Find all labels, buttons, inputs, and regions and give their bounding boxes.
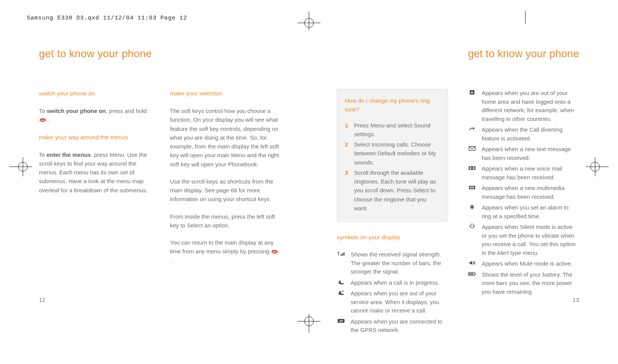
symbol-row: Appears when a new multimedia message ha… <box>468 184 579 201</box>
registration-mark-left <box>9 157 32 176</box>
text: To <box>39 151 47 158</box>
step-number: 3 <box>345 168 350 213</box>
symbol-text: Appears when you are out of your home ar… <box>482 89 579 123</box>
step-text: Scroll through the available ringtones. … <box>354 168 440 213</box>
page-title-right: get to know your phone <box>337 48 579 60</box>
registration-mark-top <box>294 11 324 31</box>
svg-text:T: T <box>337 252 340 256</box>
para-shortcuts: Use the scroll keys as shortcuts from th… <box>170 177 281 204</box>
sms-icon <box>468 145 476 162</box>
svg-rect-18 <box>344 252 345 256</box>
tip-title: How do I change my phone's ring tone? <box>345 96 440 114</box>
roam-icon: R <box>468 89 476 123</box>
mute-icon <box>468 259 476 268</box>
divert-icon <box>468 126 476 143</box>
alarm-icon <box>468 203 476 221</box>
right-columns: How do I change my phone's ring tone? 1P… <box>337 89 579 337</box>
file-header: Samsung E330 D3.qxd 11/12/04 11:03 Page … <box>27 15 187 21</box>
step-number: 1 <box>345 121 350 139</box>
bold-switch-on: switch your phone on <box>47 108 106 114</box>
svg-rect-32 <box>473 187 474 188</box>
svg-rect-30 <box>471 187 472 188</box>
step-text: Select Incoming calls. Choose between De… <box>354 140 440 167</box>
left-columns: switch your phone on To switch your phon… <box>39 89 281 273</box>
tip-box: How do I change my phone's ring tone? 1P… <box>337 89 448 222</box>
svg-rect-38 <box>475 273 476 275</box>
page-number-left: 12 <box>39 296 45 303</box>
symbol-text: Appears when Silent mode is active or yo… <box>482 223 579 257</box>
subhead-symbols: symbols on your display <box>337 233 448 242</box>
svg-rect-31 <box>472 187 473 188</box>
svg-text:R: R <box>471 91 474 95</box>
svg-rect-15 <box>340 254 341 256</box>
symbol-row: Shows the level of your battery. The mor… <box>468 271 579 296</box>
symbol-text: Appears when a new multimedia message ha… <box>482 184 579 201</box>
svg-rect-29 <box>470 187 471 188</box>
symbol-text: Appears when a new voice mail message ha… <box>482 164 579 182</box>
end-key-icon <box>39 116 47 121</box>
step: 3Scroll through the available ringtones.… <box>345 168 440 213</box>
mms-icon <box>468 184 476 201</box>
text: To <box>39 108 47 114</box>
symbol-text: Shows the received signal strength. The … <box>351 250 448 276</box>
right-col-2: RAppears when you are out of your home a… <box>468 89 579 337</box>
symbol-row: Appears when Mute mode is active. <box>468 259 579 268</box>
symbol-row: Appears when Silent mode is active or yo… <box>468 223 579 257</box>
svg-text:GP: GP <box>339 320 343 322</box>
symbol-row: Appears when a new text message has been… <box>468 145 579 162</box>
left-col-2: make your selection The soft keys contro… <box>170 89 281 273</box>
nosvc-icon <box>337 289 345 315</box>
svg-rect-34 <box>471 224 473 228</box>
svg-rect-39 <box>469 273 470 275</box>
symbol-row: Appears when you are out of your service… <box>337 289 448 315</box>
end-key-icon <box>271 248 278 253</box>
subhead-switch-on: switch your phone on <box>39 89 150 98</box>
subhead-menus: make your way around the menus <box>39 133 150 142</box>
right-page: get to know your phone How do I change m… <box>337 48 579 292</box>
step: 2Select Incoming calls. Choose between D… <box>345 140 440 167</box>
symbol-row: RAppears when you are out of your home a… <box>468 89 579 123</box>
text: . <box>170 257 171 264</box>
symbol-text: Appears when a call is in progress. <box>351 279 448 287</box>
subhead-selection: make your selection <box>170 89 281 98</box>
text: . <box>47 116 50 123</box>
svg-rect-41 <box>472 273 473 275</box>
symbol-text: Appears when you are connected to the GP… <box>351 317 448 335</box>
symbol-text: Appears when you are out of your service… <box>351 289 448 315</box>
svg-rect-40 <box>471 273 472 275</box>
signal-icon: T <box>337 250 345 276</box>
right-col-1: How do I change my phone's ring tone? 1P… <box>337 89 448 337</box>
symbol-text: Appears when Mute mode is active. <box>482 259 579 268</box>
symbol-text: Appears when the Call diverting feature … <box>482 126 579 143</box>
page-spread: get to know your phone switch your phone… <box>39 48 579 292</box>
symbol-row: TShows the received signal strength. The… <box>337 250 448 276</box>
para-menus: To enter the menus, press Menu. Use the … <box>39 150 150 195</box>
step-text: Press Menu and select Sound settings. <box>354 121 440 139</box>
registration-mark-right <box>586 157 609 176</box>
symbol-row: Appears when a call is in progress. <box>337 279 448 287</box>
left-page: get to know your phone switch your phone… <box>39 48 281 292</box>
symbol-row: Appears when the Call diverting feature … <box>468 126 579 143</box>
silent-icon <box>468 223 476 257</box>
para-select: From inside the menus, press the left so… <box>170 212 281 230</box>
symbol-text: Appears when you set an alarm to ring at… <box>482 203 579 221</box>
text: You can return to the main display at an… <box>170 239 273 254</box>
step: 1Press Menu and select Sound settings. <box>345 121 440 139</box>
text: , press and hold <box>106 108 147 114</box>
left-col-1: switch your phone on To switch your phon… <box>39 89 150 273</box>
svg-rect-17 <box>343 253 343 256</box>
para-return: You can return to the main display at an… <box>170 238 281 265</box>
battery-icon <box>468 271 476 296</box>
bold-enter-menus: enter the menus <box>47 151 91 158</box>
para-switch-on: To switch your phone on, press and hold … <box>39 106 150 124</box>
svg-rect-16 <box>341 254 342 256</box>
gprs-icon: GP <box>337 317 345 335</box>
step-number: 2 <box>345 140 350 167</box>
document-spread: Samsung E330 D3.qxd 11/12/04 11:03 Page … <box>0 0 618 364</box>
svg-point-27 <box>473 167 475 169</box>
vmail-icon <box>468 164 476 182</box>
crop-mark-right <box>525 11 526 24</box>
symbol-text: Appears when a new text message has been… <box>482 145 579 162</box>
symbol-row: Appears when you set an alarm to ring at… <box>468 203 579 221</box>
page-number-right: 13 <box>573 296 579 303</box>
